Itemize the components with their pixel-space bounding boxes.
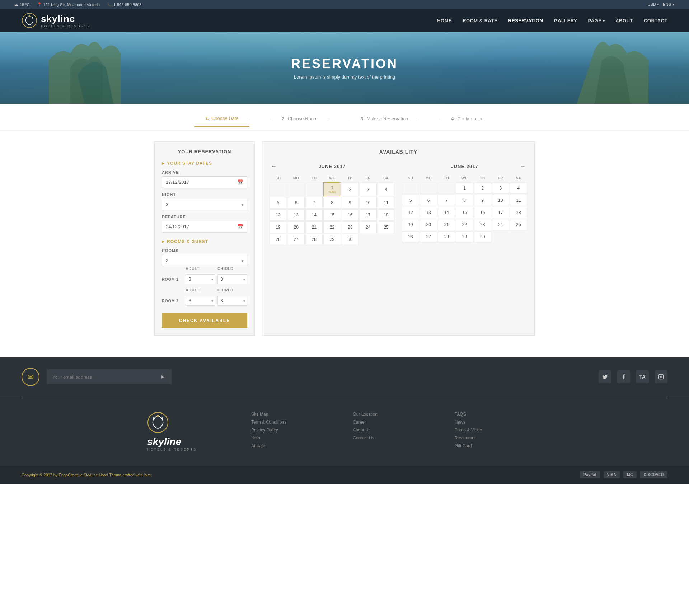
cal-cell-day[interactable]: 6 — [420, 195, 437, 206]
tripadvisor-icon[interactable]: TA — [636, 370, 649, 383]
footer-link-faqs[interactable]: FAQS — [455, 412, 542, 417]
cal-cell-day[interactable]: 25 — [378, 221, 395, 233]
cal-cell-day[interactable]: 9 — [474, 195, 491, 206]
nav-contact[interactable]: CONTACT — [644, 18, 667, 23]
cal-cell-day[interactable]: 26 — [269, 234, 287, 245]
step-choose-room[interactable]: 2. Choose Room — [271, 113, 328, 126]
cal-cell-day[interactable]: 20 — [287, 221, 305, 233]
newsletter-email-input[interactable] — [47, 369, 154, 384]
cal-cell-day[interactable]: 26 — [402, 231, 419, 243]
cal-cell-day[interactable]: 25 — [510, 219, 527, 230]
cal-cell-day[interactable]: 21 — [305, 221, 323, 233]
cal-cell-day[interactable]: 18 — [378, 209, 395, 221]
nav-home[interactable]: HOME — [437, 18, 452, 23]
cal2-next[interactable]: → — [519, 162, 527, 171]
footer-link-sitemap[interactable]: Site Map — [251, 412, 338, 417]
cal-cell-day[interactable]: 28 — [305, 234, 323, 245]
cal-cell-day[interactable]: 2 — [474, 182, 491, 194]
cal-cell-day[interactable]: 8 — [456, 195, 473, 206]
cal-cell-day[interactable]: 10 — [360, 197, 377, 209]
cal-cell-day[interactable]: 16 — [474, 207, 491, 218]
footer-link-location[interactable]: Our Location — [353, 412, 440, 417]
cal-cell-day[interactable]: 14 — [438, 207, 455, 218]
cal-cell-day[interactable]: 13 — [287, 209, 305, 221]
cal-cell-day[interactable]: 17 — [492, 207, 509, 218]
cal-cell-day[interactable]: 5 — [269, 197, 287, 209]
step-confirmation[interactable]: 4. Confirmation — [440, 113, 495, 126]
cal-cell-day[interactable]: 29 — [323, 234, 341, 245]
cal-cell-day[interactable]: 6 — [287, 197, 305, 209]
nav-page[interactable]: PAGE — [588, 18, 605, 23]
cal-cell-day[interactable]: 22 — [456, 219, 473, 230]
footer-link-about[interactable]: About Us — [353, 428, 440, 433]
cal-cell-day[interactable]: 15 — [323, 209, 341, 221]
cal-cell-day[interactable]: 27 — [287, 234, 305, 245]
depart-input[interactable]: 24/12/2017 📅 — [162, 221, 247, 233]
cal-cell-day[interactable]: 23 — [474, 219, 491, 230]
cal-cell-day[interactable]: 4 — [378, 182, 395, 196]
footer-link-contact[interactable]: Contact Us — [353, 435, 440, 440]
footer-link-affiliate[interactable]: Affiliate — [251, 443, 338, 448]
newsletter-submit-button[interactable]: ► — [154, 369, 172, 384]
step-make-reservation[interactable]: 3. Make a Reservation — [350, 113, 419, 126]
cal-cell-day[interactable]: 4 — [510, 182, 527, 194]
footer-link-terms[interactable]: Term & Conditions — [251, 420, 338, 425]
cal-cell-day[interactable]: 28 — [438, 231, 455, 243]
instagram-icon[interactable] — [655, 370, 667, 383]
footer-link-photo[interactable]: Photo & Video — [455, 428, 542, 433]
cal1-prev[interactable]: ← — [269, 162, 278, 171]
room2-adult-select[interactable]: 3124 — [186, 296, 215, 306]
cal-cell-day[interactable]: 29 — [456, 231, 473, 243]
footer-link-restaurant[interactable]: Restaurant — [455, 435, 542, 440]
cal-cell-day[interactable]: 27 — [420, 231, 437, 243]
room1-child-select[interactable]: 3012 — [217, 274, 247, 284]
twitter-icon[interactable] — [599, 370, 611, 383]
cal-cell-day[interactable]: 11 — [510, 195, 527, 206]
rooms-select[interactable]: 2 1 3 4 — [162, 255, 247, 266]
cal-cell-day[interactable]: 18 — [510, 207, 527, 218]
cal-cell-day[interactable]: 3 — [360, 182, 377, 196]
cal-cell-day[interactable]: 13 — [420, 207, 437, 218]
cal-cell-day[interactable]: 3 — [492, 182, 509, 194]
cal-cell-day[interactable]: 1Today — [323, 182, 341, 196]
cal-cell-day[interactable]: 7 — [438, 195, 455, 206]
check-available-button[interactable]: CHECK AVAILABLE — [162, 313, 247, 328]
cal-cell-day[interactable]: 23 — [342, 221, 359, 233]
cal-cell-day[interactable]: 7 — [305, 197, 323, 209]
cal-cell-day[interactable]: 14 — [305, 209, 323, 221]
cal-cell-day[interactable]: 16 — [342, 209, 359, 221]
nav-about[interactable]: ABOUT — [615, 18, 633, 23]
footer-link-privacy[interactable]: Privacy Policy — [251, 428, 338, 433]
cal-cell-day[interactable]: 19 — [269, 221, 287, 233]
room1-adult-select[interactable]: 3124 — [186, 274, 215, 284]
cal-cell-day[interactable]: 15 — [456, 207, 473, 218]
language-selector[interactable]: ENG ▾ — [663, 2, 675, 7]
cal-cell-day[interactable]: 19 — [402, 219, 419, 230]
footer-link-news[interactable]: News — [455, 420, 542, 425]
cal-cell-day[interactable]: 22 — [323, 221, 341, 233]
cal-cell-day[interactable]: 12 — [402, 207, 419, 218]
currency-selector[interactable]: USD ▾ — [648, 2, 659, 7]
cal-cell-day[interactable]: 8 — [323, 197, 341, 209]
cal-cell-day[interactable]: 20 — [420, 219, 437, 230]
cal-cell-day[interactable]: 12 — [269, 209, 287, 221]
cal-cell-day[interactable]: 2 — [342, 182, 359, 196]
cal-cell-day[interactable]: 5 — [402, 195, 419, 206]
footer-link-career[interactable]: Career — [353, 420, 440, 425]
cal-cell-day[interactable]: 10 — [492, 195, 509, 206]
nav-room-rate[interactable]: ROOM & RATE — [463, 18, 497, 23]
nav-reservation[interactable]: RESERVATION — [508, 18, 543, 23]
footer-link-giftcard[interactable]: Gift Card — [455, 443, 542, 448]
night-select[interactable]: 3 1 2 4 5 7 — [162, 199, 247, 210]
facebook-icon[interactable] — [617, 370, 630, 383]
cal-cell-day[interactable]: 30 — [474, 231, 491, 243]
cal-cell-day[interactable]: 21 — [438, 219, 455, 230]
nav-gallery[interactable]: GALLERY — [554, 18, 577, 23]
cal-cell-day[interactable]: 17 — [360, 209, 377, 221]
cal-cell-day[interactable]: 11 — [378, 197, 395, 209]
cal-cell-day[interactable]: 24 — [360, 221, 377, 233]
cal-cell-day[interactable]: 30 — [342, 234, 359, 245]
footer-link-help[interactable]: Help — [251, 435, 338, 440]
step-choose-date[interactable]: 1. Choose Date — [194, 113, 249, 127]
cal-cell-day[interactable]: 1 — [456, 182, 473, 194]
